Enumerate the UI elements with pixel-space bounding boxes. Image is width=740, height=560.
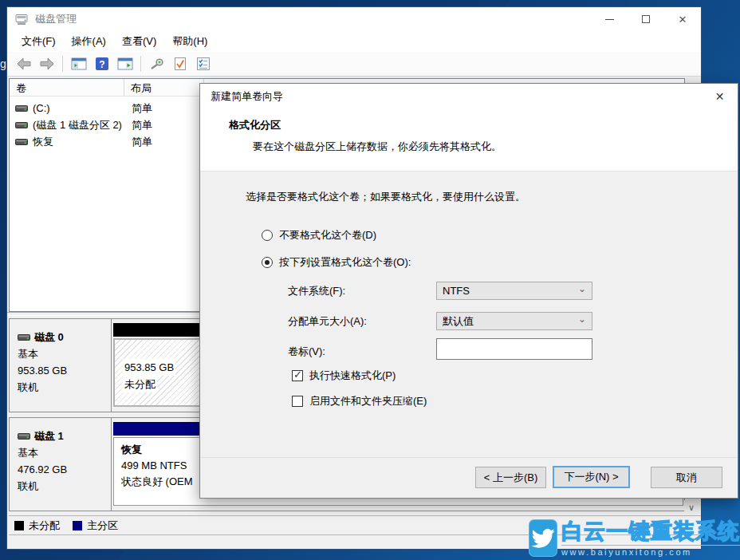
step-description: 要在这个磁盘分区上储存数据，你必须先将其格式化。: [253, 140, 502, 154]
column-header-volume[interactable]: 卷: [10, 79, 124, 96]
help-icon: ?: [96, 57, 108, 70]
new-simple-volume-wizard-dialog: 新建简单卷向导 ✕ 格式化分区 要在这个磁盘分区上储存数据，你必须先将其格式化。…: [199, 83, 738, 499]
disk-kind: 基本: [18, 345, 111, 362]
watermark-brand: 白云一键重装系统: [561, 519, 740, 543]
maximize-button[interactable]: [628, 7, 664, 31]
drive-icon: [15, 104, 28, 113]
compression-checkbox[interactable]: 启用文件和文件夹压缩(E): [292, 394, 427, 408]
show-action-pane-button[interactable]: [113, 54, 136, 74]
device-search-icon: [149, 57, 165, 70]
disk-icon: [18, 333, 30, 342]
menu-help[interactable]: 帮助(H): [164, 31, 215, 52]
volume-name: 恢复: [33, 135, 53, 149]
radio-label: 按下列设置格式化这个卷(O):: [279, 255, 411, 270]
disk-1-info[interactable]: 磁盘 1 基本 476.92 GB 联机: [10, 418, 112, 511]
minimize-icon: [605, 19, 614, 20]
title-bar: 磁盘管理 ✕: [7, 7, 701, 31]
disk-0-info[interactable]: 磁盘 0 基本 953.85 GB 联机: [10, 319, 112, 412]
back-button[interactable]: [12, 54, 35, 74]
console-tree-icon: [71, 57, 87, 70]
file-system-select[interactable]: NTFS: [436, 282, 592, 300]
dialog-body: 选择是否要格式化这个卷；如果要格式化，要使用什么设置。 不要格式化这个卷(D) …: [200, 172, 738, 499]
legend-unallocated: 未分配: [14, 519, 60, 533]
watermark: 白云一键重装系统 www.baiyunxitong.com: [529, 519, 740, 560]
check-document-icon: [174, 57, 187, 71]
close-button[interactable]: ✕: [664, 7, 701, 31]
desktop-icon-label-fragment: g: [0, 57, 6, 70]
window-title: 磁盘管理: [35, 12, 77, 26]
close-icon: ✕: [715, 90, 725, 103]
disk-name: 磁盘 1: [34, 428, 64, 444]
volume-layout: 简单: [124, 118, 152, 132]
allocation-unit-select[interactable]: 默认值: [436, 312, 592, 330]
scroll-down-button[interactable]: [684, 500, 699, 515]
dialog-title-bar: 新建简单卷向导 ✕: [200, 84, 738, 108]
radio-format-with-settings[interactable]: 按下列设置格式化这个卷(O):: [262, 255, 411, 270]
partition-size: 953.85 GB: [123, 359, 175, 376]
volume-name: (C:): [33, 102, 50, 114]
disk-capacity: 476.92 GB: [18, 461, 111, 478]
toolbar-separator: [62, 56, 63, 72]
primary-partition-swatch: [73, 521, 82, 530]
disk-kind: 基本: [18, 444, 111, 461]
cancel-button[interactable]: 取消: [651, 467, 722, 488]
allocation-unit-label: 分配单元大小(A):: [288, 314, 367, 329]
checkbox-label: 启用文件和文件夹压缩(E): [309, 394, 427, 408]
footer-separator: [200, 457, 738, 458]
forward-icon: [39, 57, 55, 70]
unallocated-swatch: [14, 521, 24, 530]
file-system-value: NTFS: [443, 285, 470, 297]
back-icon: [16, 57, 32, 70]
disk-status: 联机: [18, 379, 111, 396]
checkbox-checked-icon: [292, 370, 303, 381]
format-instruction: 选择是否要格式化这个卷；如果要格式化，要使用什么设置。: [246, 190, 525, 204]
checkbox-unchecked-icon: [292, 396, 303, 407]
menu-view[interactable]: 查看(V): [114, 31, 164, 52]
volume-layout: 简单: [124, 135, 152, 149]
legend-label: 未分配: [29, 519, 60, 533]
show-console-tree-button[interactable]: [67, 54, 90, 74]
drive-icon: [15, 137, 28, 147]
drive-icon: [15, 120, 28, 130]
radio-label: 不要格式化这个卷(D): [279, 228, 376, 243]
disk-icon: [18, 432, 30, 441]
action-pane-icon: [117, 57, 133, 70]
quick-format-checkbox[interactable]: 执行快速格式化(P): [292, 369, 396, 383]
device-search-button[interactable]: [145, 54, 168, 74]
dialog-close-button[interactable]: ✕: [702, 84, 738, 108]
help-button[interactable]: ?: [90, 54, 113, 74]
minimize-button[interactable]: [591, 7, 628, 31]
partition-state: 未分配: [123, 376, 157, 392]
disk-status: 联机: [18, 478, 111, 495]
close-icon: ✕: [679, 14, 687, 26]
volume-label-label: 卷标(V):: [288, 345, 325, 359]
task-checklist-button[interactable]: [191, 54, 215, 74]
radio-selected-icon: [262, 257, 273, 268]
checkbox-label: 执行快速格式化(P): [309, 369, 396, 383]
menu-file[interactable]: 文件(F): [14, 31, 64, 52]
maximize-icon: [642, 15, 650, 23]
desktop: g 磁盘管理 ✕ 文件(F) 操作(A) 查看(V) 帮助(: [0, 0, 740, 560]
task-checklist-icon: [196, 57, 211, 71]
svg-text:?: ?: [99, 59, 104, 70]
legend-primary-partition: 主分区: [73, 519, 118, 533]
menu-bar: 文件(F) 操作(A) 查看(V) 帮助(H): [7, 31, 701, 52]
toolbar-separator: [140, 56, 141, 72]
volume-layout: 简单: [124, 101, 152, 116]
toolbar: ?: [7, 52, 701, 77]
volume-name: (磁盘 1 磁盘分区 2): [33, 118, 122, 132]
check-document-button[interactable]: [168, 54, 191, 74]
radio-no-format[interactable]: 不要格式化这个卷(D): [262, 228, 376, 243]
file-system-label: 文件系统(F):: [288, 284, 345, 298]
legend-label: 主分区: [87, 519, 118, 533]
next-step-button[interactable]: 下一步(N) >: [553, 466, 630, 488]
forward-button[interactable]: [35, 54, 58, 74]
column-header-layout[interactable]: 布局: [124, 79, 204, 96]
volume-label-input[interactable]: [436, 338, 592, 360]
disk-capacity: 953.85 GB: [18, 362, 111, 379]
menu-action[interactable]: 操作(A): [64, 31, 114, 52]
back-step-button[interactable]: < 上一步(B): [475, 467, 546, 488]
watermark-url: www.baiyunxitong.com: [561, 545, 740, 557]
dialog-header: 格式化分区 要在这个磁盘分区上储存数据，你必须先将其格式化。: [200, 108, 738, 172]
allocation-unit-value: 默认值: [443, 314, 474, 329]
